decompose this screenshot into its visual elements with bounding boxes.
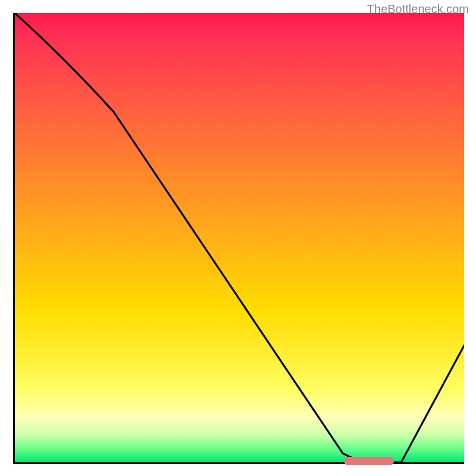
bottleneck-curve-line — [15, 13, 464, 462]
watermark-text: TheBottleneck.com — [367, 2, 469, 16]
optimal-range-marker — [344, 457, 393, 465]
plot-area — [13, 13, 464, 464]
chart-svg — [15, 13, 464, 462]
